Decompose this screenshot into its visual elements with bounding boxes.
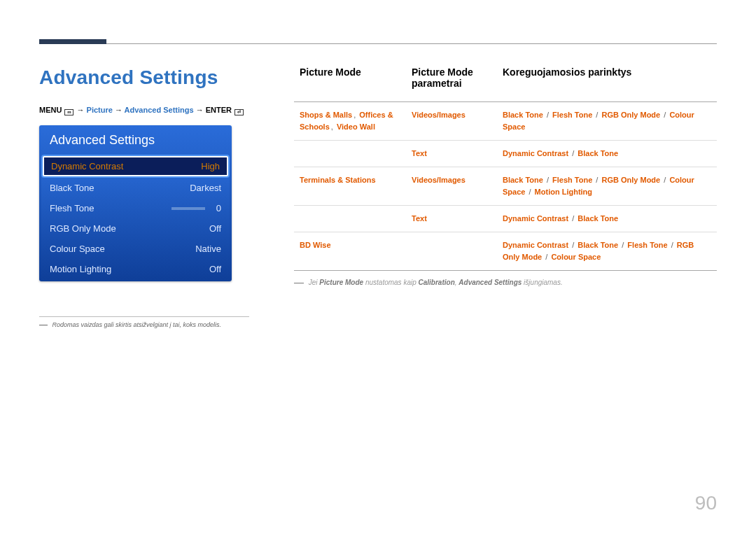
table-cell-options: Dynamic Contrast / Black Tone / Flesh To… [497,232,717,271]
page-number: 90 [695,492,717,514]
table-cell-picture-mode [294,141,406,167]
separator: / [594,176,600,184]
emph-term: Black Tone [578,214,618,223]
separator: / [662,111,668,119]
emph-term: Black Tone [503,111,543,119]
right-note: Jei Picture Mode nustatomas kaip Calibra… [294,278,717,288]
osd-row-value: Darkest [190,183,221,193]
osd-row-label: Colour Space [50,244,105,254]
separator: / [545,176,551,184]
separator: / [570,241,576,249]
section-heading: Advanced Settings [39,66,266,89]
separator: / [669,241,676,249]
separator: / [570,214,576,223]
table-row: Shops & Malls, Offices & Schools, Video … [294,102,717,141]
menupath-enter: ENTER [206,106,232,114]
osd-row-value-wrap: 0 [172,203,221,213]
left-footnote-text: Rodomas vaizdas gali skirtis atsižvelgia… [52,321,222,328]
table-body: Shops & Malls, Offices & Schools, Video … [294,102,717,271]
table-header: Picture Mode parametrai [406,66,497,102]
table-cell-param: Videos/Images [406,167,497,206]
table-cell-picture-mode: Shops & Malls, Offices & Schools, Video … [294,102,406,141]
table-cell-param: Videos/Images [406,102,497,141]
osd-list: Dynamic ContrastHighBlack ToneDarkestFle… [41,156,230,279]
osd-row-value: Off [209,264,221,274]
compatibility-table: Picture Mode Picture Mode parametrai Kor… [294,66,717,271]
table-cell-param [406,232,497,271]
osd-row[interactable]: Flesh Tone0 [41,198,230,218]
osd-row-label: Dynamic Contrast [51,161,123,171]
osd-row-value-wrap: Darkest [190,183,221,193]
menupath-advanced: Advanced Settings [125,106,194,114]
osd-row-value: 0 [216,203,221,213]
osd-row[interactable]: Black ToneDarkest [41,178,230,198]
osd-row-label: Flesh Tone [50,203,94,213]
emph-term: Black Tone [503,176,543,184]
osd-row[interactable]: Motion LightingOff [41,259,230,279]
emph-term: Flesh Tone [552,176,592,184]
menupath-picture: Picture [87,106,113,114]
table-cell-picture-mode [294,206,406,232]
menu-button-icon: m [64,109,74,115]
separator: / [620,241,626,249]
enter-button-icon: ⏎ [234,109,244,115]
separator: , [354,111,358,119]
separator: / [526,188,533,196]
separator: / [570,149,576,157]
footnote-rule [39,316,249,317]
emph-term: Motion Lighting [535,188,592,196]
osd-row-value: Off [209,223,221,234]
left-footnote: Rodomas vaizdas gali skirtis atsižvelgia… [39,321,266,328]
separator: , [331,122,335,131]
separator: / [545,111,551,119]
emph-term: Flesh Tone [627,241,667,249]
table-cell-options: Black Tone / Flesh Tone / RGB Only Mode … [497,167,717,206]
emph-term: Dynamic Contrast [503,214,568,223]
osd-row-label: Motion Lighting [50,264,111,274]
arrow-icon: → [77,106,85,114]
table-row: TextDynamic Contrast / Black Tone [294,141,717,167]
osd-row-label: Black Tone [50,183,94,193]
table-cell-picture-mode: Terminals & Stations [294,167,406,206]
table-row: Terminals & StationsVideos/ImagesBlack T… [294,167,717,206]
table-row: BD WiseDynamic Contrast / Black Tone / F… [294,232,717,271]
osd-row-value-wrap: Native [195,244,221,254]
menu-breadcrumb: MENU m → Picture → Advanced Settings → E… [39,106,266,115]
osd-row[interactable]: RGB Only ModeOff [41,218,230,239]
osd-row[interactable]: Dynamic ContrastHigh [43,156,228,176]
osd-panel: Advanced Settings Dynamic ContrastHighBl… [39,125,232,281]
emph-term: RGB Only Mode [601,176,660,184]
arrow-icon: → [196,106,204,114]
table-cell-options: Dynamic Contrast / Black Tone [497,206,717,232]
note-bold: Advanced Settings [458,279,522,286]
separator: / [543,253,550,261]
table-cell-options: Black Tone / Flesh Tone / RGB Only Mode … [497,102,717,141]
slider-track[interactable] [172,207,205,210]
table-row: TextDynamic Contrast / Black Tone [294,206,717,232]
menupath-menu: MENU [39,106,62,114]
emph-term: Dynamic Contrast [503,149,568,157]
dash-icon [39,325,48,325]
table-cell-options: Dynamic Contrast / Black Tone [497,141,717,167]
note-text: Jei [309,279,320,286]
table-cell-param: Text [406,206,497,232]
osd-row[interactable]: Colour SpaceNative [41,239,230,259]
table-cell-param: Text [406,141,497,167]
osd-row-value-wrap: Off [209,264,221,274]
emph-term: Terminals & Stations [300,176,376,184]
table-cell-picture-mode: BD Wise [294,232,406,271]
table-header: Koreguojamosios parinktys [497,66,717,102]
emph-term: Black Tone [578,241,618,249]
note-text: išjungiamas. [522,279,562,286]
osd-row-value: Native [195,244,221,254]
arrow-icon: → [115,106,122,114]
note-text: nustatomas kaip [363,279,418,286]
osd-title: Advanced Settings [41,127,230,155]
osd-row-label: RGB Only Mode [50,223,116,234]
osd-row-value: High [201,161,220,171]
separator: / [594,111,600,119]
dash-icon [294,283,304,283]
top-rule [39,43,717,44]
emph-term: RGB Only Mode [601,111,660,119]
table-header: Picture Mode [294,66,406,102]
